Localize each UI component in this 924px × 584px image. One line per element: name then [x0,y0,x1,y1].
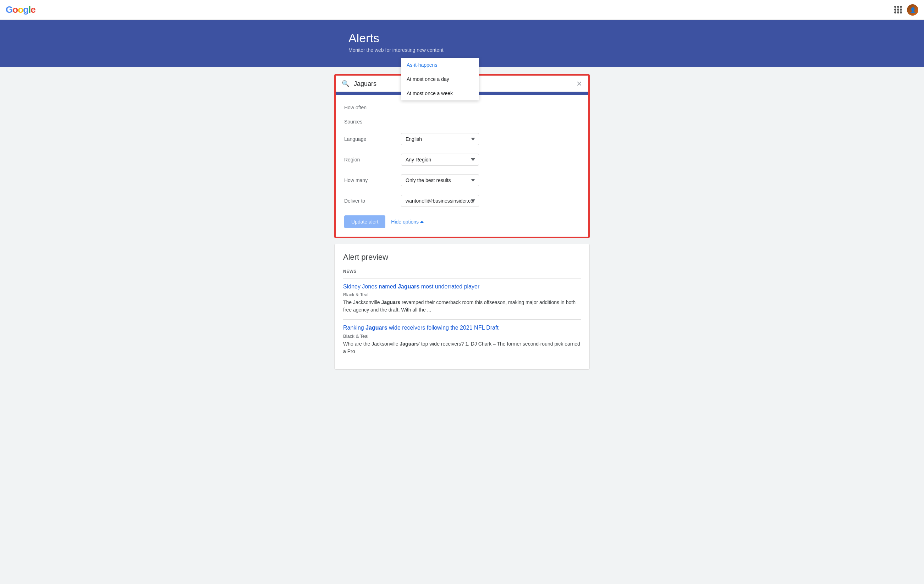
how-often-label: How often [344,105,401,111]
actions-row: Update alert Hide options [344,211,580,228]
news-item-1-title[interactable]: Sidney Jones named Jaguars most underrat… [343,283,581,290]
region-row: Region Any Region [344,149,580,170]
apps-icon[interactable] [894,6,903,14]
how-many-select[interactable]: Only the best results All results [401,174,479,186]
options-body: How often As-it-happens At most once a d… [336,95,588,237]
news-item-2-excerpt: Who are the Jacksonville Jaguars' top wi… [343,340,581,355]
google-logo: Google [6,4,35,15]
hide-options-link[interactable]: Hide options [391,219,424,224]
language-label: Language [344,136,401,142]
page-title: Alerts [348,31,590,45]
news-item-1-excerpt: The Jacksonville Jaguars revamped their … [343,299,581,313]
news-item-2-source: Black & Teal [343,333,581,339]
alert-preview-section: Alert preview NEWS Sidney Jones named Ja… [334,244,590,370]
sources-label: Sources [344,119,401,125]
update-alert-button[interactable]: Update alert [344,215,385,228]
sources-row: Sources [344,115,580,129]
clear-search-icon[interactable]: ✕ [576,79,582,88]
region-select[interactable]: Any Region [401,153,479,166]
news-item-1: Sidney Jones named Jaguars most underrat… [343,283,581,313]
dropdown-item-once-a-week[interactable]: At most once a week [401,86,479,101]
deliver-to-label: Deliver to [344,198,401,204]
deliver-to-row: Deliver to wantonelli@businessinsider.co… [344,191,580,211]
divider-2 [343,319,581,320]
header: Google 👤 [0,0,924,20]
search-icon: 🔍 [342,80,350,87]
region-label: Region [344,157,401,162]
header-right: 👤 [894,4,918,16]
hide-options-text: Hide options [391,219,419,224]
how-many-row: How many Only the best results All resul… [344,170,580,191]
page-subtitle: Monitor the web for interesting new cont… [348,47,590,53]
main-content: 🔍 Jaguars ✕ How often As-it-happens At m… [334,67,590,384]
language-select[interactable]: English [401,133,479,145]
dropdown-item-once-a-day[interactable]: At most once a day [401,72,479,86]
alert-preview-title: Alert preview [343,252,581,262]
news-item-2: Ranking Jaguars wide receivers following… [343,324,581,355]
news-item-2-title[interactable]: Ranking Jaguars wide receivers following… [343,324,581,332]
how-often-dropdown-menu[interactable]: As-it-happens At most once a day At most… [401,58,479,101]
deliver-to-select[interactable]: wantonelli@businessinsider.com [401,195,479,207]
alert-options-box: 🔍 Jaguars ✕ How often As-it-happens At m… [334,74,590,238]
language-row: Language English [344,129,580,149]
divider-1 [343,278,581,279]
chevron-up-icon [420,221,424,223]
news-item-1-source: Black & Teal [343,292,581,297]
news-section-label: NEWS [343,269,581,274]
how-many-label: How many [344,177,401,183]
dropdown-item-as-it-happens[interactable]: As-it-happens [401,58,479,72]
user-avatar[interactable]: 👤 [907,4,918,16]
how-often-row: How often As-it-happens At most once a d… [344,101,580,115]
